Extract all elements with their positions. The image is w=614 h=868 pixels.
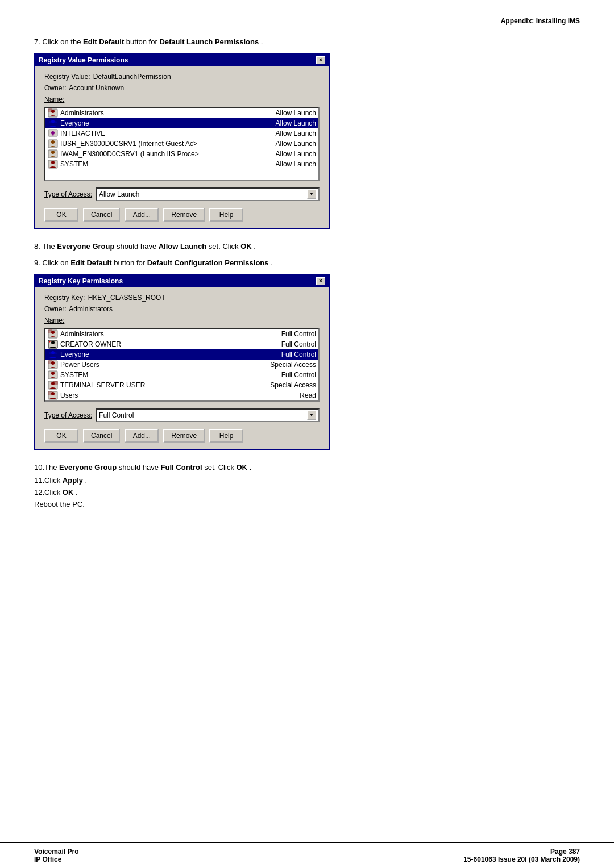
user-icon — [48, 160, 58, 169]
step8-bold2: Allow Launch — [159, 242, 207, 251]
list-item[interactable]: IWAM_EN3000D0CSRV1 (Launch IIS Proce>All… — [45, 149, 318, 159]
dialog1-cancel-button[interactable]: Cancel — [83, 208, 120, 222]
list-item[interactable]: TERMINAL SERVER USERSpecial Access — [45, 380, 318, 390]
dialog2-access-dropdown[interactable]: Full Control ▼ — [96, 408, 320, 422]
dialog2-listbox[interactable]: AdministratorsFull ControlCREATOR OWNERF… — [44, 328, 320, 402]
svg-point-21 — [49, 352, 51, 354]
dialog2-close-button[interactable]: × — [316, 277, 325, 285]
dialog2-buttons: OK Cancel Add... Remove Help — [44, 429, 320, 443]
list-item[interactable]: EveryoneAllow Launch — [45, 118, 318, 128]
item-permission: Allow Launch — [271, 119, 316, 127]
svg-point-27 — [51, 372, 55, 375]
step-9: 9. Click on Edit Default button for Defa… — [34, 257, 580, 269]
item-permission: Special Access — [265, 361, 316, 369]
dialog2-cancel-button[interactable]: Cancel — [83, 429, 120, 443]
step7-bold1: Edit Default — [83, 37, 124, 46]
svg-rect-2 — [48, 108, 52, 112]
item-name: Everyone — [60, 350, 277, 358]
dialog1-close-button[interactable]: × — [316, 56, 325, 64]
dialog2-registry-key-value: HKEY_CLASSES_ROOT — [88, 294, 165, 302]
item-name: Users — [60, 391, 295, 399]
dialog1-owner-value: Account Unknown — [69, 84, 124, 92]
footer-product2: IP Office — [34, 856, 78, 863]
svg-rect-25 — [48, 360, 52, 364]
user-icon — [48, 381, 58, 390]
item-permission: Allow Launch — [271, 109, 316, 117]
dialog1-dropdown-arrow[interactable]: ▼ — [307, 190, 316, 199]
header-label: Appendix: Installing IMS — [501, 17, 580, 25]
dialog1-help-button[interactable]: Help — [209, 208, 243, 222]
dialog2-add-button[interactable]: Add... — [125, 429, 159, 443]
step10-bold1: Everyone Group — [59, 463, 117, 471]
dialog2-dropdown-arrow[interactable]: ▼ — [307, 411, 316, 420]
dialog1-buttons: OK Cancel Add... Remove Help — [44, 208, 320, 222]
item-name: SYSTEM — [60, 160, 271, 168]
svg-point-4 — [49, 121, 51, 123]
dialog2-registry-key: Registry Key: HKEY_CLASSES_ROOT — [44, 294, 320, 302]
dialog2-owner-value: Administrators — [69, 305, 113, 313]
dialog1-ok-button[interactable]: OK — [44, 208, 78, 222]
dialog1-add-button[interactable]: Add... — [125, 208, 159, 222]
svg-point-20 — [51, 351, 55, 354]
list-item[interactable]: AdministratorsAllow Launch — [45, 108, 318, 118]
item-name: IWAM_EN3000D0CSRV1 (Launch IIS Proce> — [60, 150, 271, 158]
dialog2-remove-button[interactable]: Remove — [163, 429, 205, 443]
dialog1-remove-button[interactable]: Remove — [163, 208, 205, 222]
svg-point-11 — [51, 151, 55, 154]
list-item[interactable]: AdministratorsFull Control — [45, 329, 318, 339]
user-icon — [48, 391, 58, 400]
dialog1-name-label: Name: — [44, 95, 320, 103]
list-item[interactable]: UsersRead — [45, 390, 318, 400]
svg-rect-30 — [53, 381, 58, 385]
footer-product: Voicemail Pro — [34, 848, 78, 856]
dialog2-ok-button[interactable]: OK — [44, 429, 78, 443]
registry-value-permissions-dialog: Registry Value Permissions × Registry Va… — [34, 53, 330, 229]
list-item[interactable]: IUSR_EN3000D0CSRV1 (Internet Guest Ac>Al… — [45, 139, 318, 149]
list-item[interactable]: CREATOR OWNERFull Control — [45, 339, 318, 349]
dialog1-registry-value: Registry Value: DefaultLaunchPermission — [44, 73, 320, 81]
svg-point-5 — [55, 121, 57, 123]
dialog2-owner: Owner: Administrators — [44, 305, 320, 313]
dialog2-access-label: Type of Access: — [44, 411, 92, 419]
dialog1-title: Registry Value Permissions — [39, 56, 128, 64]
dialog1-access-value: Allow Launch — [99, 190, 139, 198]
item-permission: Full Control — [277, 330, 316, 338]
item-permission: Full Control — [277, 371, 316, 379]
dialog2-title: Registry Key Permissions — [39, 277, 123, 285]
list-item[interactable]: INTERACTIVEAllow Launch — [45, 128, 318, 139]
item-permission: Special Access — [265, 381, 316, 389]
item-permission: Allow Launch — [271, 130, 316, 137]
step-13: Reboot the PC. — [34, 500, 580, 508]
footer-right: Page 387 15-601063 Issue 20I (03 March 2… — [463, 848, 580, 863]
dialog1-listbox[interactable]: AdministratorsAllow LaunchEveryoneAllow … — [44, 107, 320, 181]
user-icon — [48, 370, 58, 379]
dialog2-access-value: Full Control — [99, 411, 134, 419]
list-item[interactable]: EveryoneFull Control — [45, 349, 318, 360]
step11-bold: Apply — [63, 476, 83, 485]
dialog2-help-button[interactable]: Help — [209, 429, 243, 443]
dialog1-type-of-access-row: Type of Access: Allow Launch ▼ — [44, 187, 320, 201]
svg-point-7 — [51, 131, 55, 135]
svg-point-18 — [51, 341, 55, 344]
footer-left: Voicemail Pro IP Office — [34, 848, 78, 863]
item-name: Administrators — [60, 330, 277, 338]
list-item[interactable]: Power UsersSpecial Access — [45, 360, 318, 370]
svg-rect-16 — [48, 329, 52, 333]
dialog1-access-dropdown[interactable]: Allow Launch ▼ — [96, 187, 320, 201]
step13-text: Reboot the PC. — [34, 500, 85, 508]
step12-bold: OK — [63, 488, 74, 496]
item-permission: Allow Launch — [271, 140, 316, 148]
step9-bold1: Edit Default — [70, 258, 111, 267]
list-item[interactable]: SYSTEMFull Control — [45, 370, 318, 380]
svg-point-3 — [51, 120, 55, 123]
step-7: 7. Click on the Edit Default button for … — [34, 36, 580, 48]
item-name: Administrators — [60, 109, 271, 117]
item-name: Power Users — [60, 361, 265, 369]
dialog1-registry-value-text: DefaultLaunchPermission — [93, 73, 171, 81]
list-item[interactable]: SYSTEMAllow Launch — [45, 159, 318, 169]
registry-key-permissions-dialog: Registry Key Permissions × Registry Key:… — [34, 274, 330, 450]
step9-bold2: Default Configuration Permissions — [147, 258, 269, 267]
user-icon — [48, 119, 58, 128]
step8-bold3: OK — [240, 242, 252, 251]
item-permission: Allow Launch — [271, 160, 316, 168]
